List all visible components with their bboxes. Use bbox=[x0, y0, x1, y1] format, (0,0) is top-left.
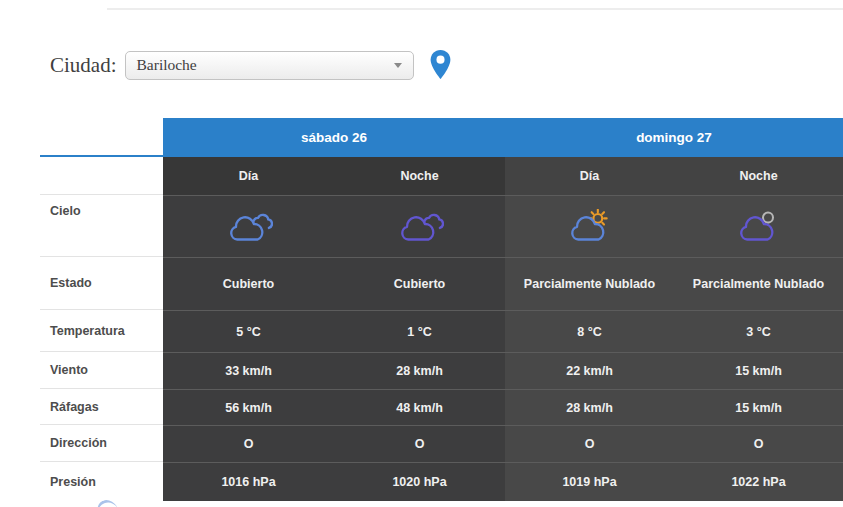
sky-cell bbox=[334, 195, 505, 257]
sky-cell bbox=[505, 195, 674, 257]
period-sat-day: Día bbox=[163, 157, 334, 195]
forecast-table: sábado 26 domingo 27 Día Noche Día Noche… bbox=[40, 118, 843, 501]
condition-cell: Parcialmente Nublado bbox=[674, 257, 843, 310]
partly-cloudy-day-icon bbox=[566, 209, 614, 245]
row-label-viento: Viento bbox=[40, 352, 163, 389]
condition-cell: Parcialmente Nublado bbox=[505, 257, 674, 310]
city-label: Ciudad: bbox=[50, 53, 117, 78]
city-select[interactable]: Bariloche bbox=[125, 51, 414, 80]
gusts-cell: 56 km/h bbox=[163, 389, 334, 425]
pressure-cell: 1016 hPa bbox=[163, 462, 334, 501]
temperature-cell: 5 °C bbox=[163, 310, 334, 352]
temperature-row: Temperatura 5 °C 1 °C 8 °C 3 °C bbox=[40, 310, 843, 352]
pressure-cell: 1020 hPa bbox=[334, 462, 505, 501]
row-label-direccion: Dirección bbox=[40, 425, 163, 462]
wind-cell: 22 km/h bbox=[505, 352, 674, 389]
condition-row: Estado Cubierto Cubierto Parcialmente Nu… bbox=[40, 257, 843, 310]
wind-cell: 15 km/h bbox=[674, 352, 843, 389]
top-divider bbox=[107, 8, 843, 10]
direction-cell: O bbox=[674, 425, 843, 462]
overcast-night-icon bbox=[396, 209, 444, 245]
period-sat-night: Noche bbox=[334, 157, 505, 195]
pressure-cell: 1022 hPa bbox=[674, 462, 843, 501]
gusts-cell: 28 km/h bbox=[505, 389, 674, 425]
sky-cell bbox=[163, 195, 334, 257]
chevron-down-icon bbox=[394, 63, 402, 68]
partly-cloudy-night-icon bbox=[735, 209, 783, 245]
date-header-row: sábado 26 domingo 27 bbox=[40, 118, 843, 157]
row-label-cielo: Cielo bbox=[40, 195, 163, 257]
direction-row: Dirección O O O O bbox=[40, 425, 843, 462]
period-corner bbox=[40, 157, 163, 195]
direction-cell: O bbox=[505, 425, 674, 462]
wind-row: Viento 33 km/h 28 km/h 22 km/h 15 km/h bbox=[40, 352, 843, 389]
period-sun-day: Día bbox=[505, 157, 674, 195]
wind-cell: 28 km/h bbox=[334, 352, 505, 389]
direction-cell: O bbox=[334, 425, 505, 462]
condition-cell: Cubierto bbox=[163, 257, 334, 310]
table-corner bbox=[40, 118, 163, 157]
period-sun-night: Noche bbox=[674, 157, 843, 195]
period-header-row: Día Noche Día Noche bbox=[40, 157, 843, 195]
location-pin-icon[interactable] bbox=[429, 49, 452, 81]
city-selector-bar: Ciudad: Bariloche bbox=[50, 49, 452, 81]
gusts-row: Ráfagas 56 km/h 48 km/h 28 km/h 15 km/h bbox=[40, 389, 843, 425]
row-label-temperatura: Temperatura bbox=[40, 310, 163, 352]
overcast-day-icon bbox=[225, 209, 273, 245]
temperature-cell: 1 °C bbox=[334, 310, 505, 352]
city-select-value: Bariloche bbox=[137, 56, 197, 74]
temperature-cell: 8 °C bbox=[505, 310, 674, 352]
day-header-sunday: domingo 27 bbox=[505, 118, 843, 157]
direction-cell: O bbox=[163, 425, 334, 462]
pressure-row: Presión 1016 hPa 1020 hPa 1019 hPa 1022 … bbox=[40, 462, 843, 501]
row-label-rafagas: Ráfagas bbox=[40, 389, 163, 425]
pressure-cell: 1019 hPa bbox=[505, 462, 674, 501]
sky-row: Cielo bbox=[40, 195, 843, 257]
gusts-cell: 15 km/h bbox=[674, 389, 843, 425]
row-label-presion: Presión bbox=[40, 462, 163, 501]
gusts-cell: 48 km/h bbox=[334, 389, 505, 425]
condition-cell: Cubierto bbox=[334, 257, 505, 310]
weather-forecast-page: Ciudad: Bariloche sábado 26 domingo 27 D… bbox=[0, 0, 843, 507]
wind-cell: 33 km/h bbox=[163, 352, 334, 389]
row-label-estado: Estado bbox=[40, 257, 163, 310]
day-header-saturday: sábado 26 bbox=[163, 118, 505, 157]
temperature-cell: 3 °C bbox=[674, 310, 843, 352]
sky-cell bbox=[674, 195, 843, 257]
